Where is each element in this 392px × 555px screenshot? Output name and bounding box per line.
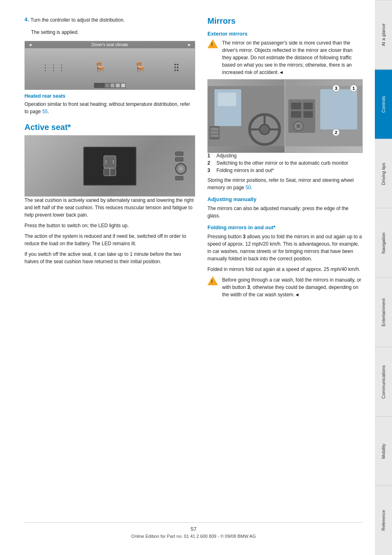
adjusting-manually-text: The mirrors can also be adjusted manuall… xyxy=(207,205,363,219)
svg-rect-19 xyxy=(291,103,301,109)
svg-text:↕: ↕ xyxy=(105,158,107,165)
active-seat-section: Active seat* ↕ xyxy=(24,123,195,265)
mirror-num-2: 2 xyxy=(332,129,340,136)
chapter-sidebar: At a glance Controls Driving tips Naviga… xyxy=(375,0,392,555)
svg-rect-15 xyxy=(211,131,219,134)
mirror-dashboard-image: 1 2 3 xyxy=(207,79,363,153)
warning-triangle-icon-1: ! xyxy=(207,39,218,48)
page-number: 57 xyxy=(24,526,363,532)
warning-exclamation-2: ! xyxy=(211,279,213,284)
mirror-num-1: 1 xyxy=(350,85,357,92)
active-seat-image: ↕ ↕ xyxy=(24,135,195,197)
step-text: Turn the controller to adjust the distri… xyxy=(31,16,125,24)
climate-dots xyxy=(174,64,178,71)
storing-text: Storing the mirror positions, refer to S… xyxy=(207,177,363,191)
active-seat-heading: Active seat* xyxy=(24,123,195,132)
warning-triangle-icon-2: ! xyxy=(207,276,218,285)
svg-text:↕: ↕ xyxy=(112,158,115,165)
sidebar-tab-driving-tips[interactable]: Driving tips xyxy=(375,139,392,208)
heated-rear-seats-section: Heated rear seats Operation similar to f… xyxy=(24,93,195,115)
warning-exclamation-1: ! xyxy=(211,42,213,47)
mirror-interior-left xyxy=(208,80,285,152)
warning-box-1: ! The mirror on the passenger's side is … xyxy=(207,39,363,76)
heated-seats-heading: Heated rear seats xyxy=(24,93,195,99)
climate-label: Driver's seat climate xyxy=(91,43,128,47)
seat-climate-image: ◄ Driver's seat climate ► ⋮⋮⋮ 🪑 🪑 xyxy=(24,41,195,90)
svg-rect-7 xyxy=(218,93,236,106)
seat-diagram-icon: ↕ ↕ xyxy=(100,154,120,178)
svg-rect-25 xyxy=(320,89,357,130)
mirror-item-text-1: Adjusting xyxy=(216,153,236,159)
adjusting-manually-heading: Adjusting manually xyxy=(207,196,363,202)
folding-para2: Folded in mirrors fold out again at a sp… xyxy=(207,266,363,273)
svg-point-24 xyxy=(296,124,301,128)
footer-text: Online Edition for Part no. 01 41 2 600 … xyxy=(24,534,363,539)
warning-box-2: ! Before going through a car wash, fold … xyxy=(207,276,363,298)
mirror-item-num-1: 1 xyxy=(207,153,213,159)
mirror-numbered-list: 1 Adjusting 2 Switching to the other mir… xyxy=(207,153,363,173)
mirror-item-2: 2 Switching to the other mirror or to th… xyxy=(207,160,363,166)
seat-icon-right: 🪑 xyxy=(134,62,146,73)
mirror-num-3: 3 xyxy=(332,85,340,92)
warning-text-1: The mirror on the passenger's side is mo… xyxy=(222,39,363,76)
seat-icon-left: 🪑 xyxy=(94,62,106,73)
mirror-item-text-3: Folding mirrors in and out* xyxy=(216,168,274,173)
mirror-item-1: 1 Adjusting xyxy=(207,153,363,159)
svg-rect-20 xyxy=(291,111,301,118)
warning-text-2: Before going through a car wash, fold th… xyxy=(222,276,363,298)
mirrors-heading: Mirrors xyxy=(207,16,363,26)
warning-triangle-1: ! xyxy=(207,39,219,50)
svg-rect-21 xyxy=(303,103,313,109)
sidebar-tab-mobility[interactable]: Mobility xyxy=(375,416,392,486)
sidebar-tab-controls[interactable]: Controls xyxy=(375,69,392,139)
mirror-item-3: 3 Folding mirrors in and out* xyxy=(207,168,363,173)
climate-arrow-right: ► xyxy=(187,43,192,47)
mirror-item-text-2: Switching to the other mirror or to the … xyxy=(216,160,348,166)
svg-point-9 xyxy=(260,124,270,134)
svg-rect-14 xyxy=(211,128,219,131)
step-number: 4. xyxy=(24,16,29,27)
step-4-container: 4. Turn the controller to adjust the dis… xyxy=(24,16,195,36)
active-seat-para2: Press the button to switch on; the LED l… xyxy=(24,222,195,229)
svg-rect-16 xyxy=(211,134,219,137)
sidebar-tab-navigation[interactable]: Navigation xyxy=(375,208,392,278)
storing-page-link[interactable]: 50 xyxy=(245,185,251,190)
sidebar-tab-at-a-glance[interactable]: At a glance xyxy=(375,0,392,69)
sidebar-tab-reference[interactable]: Reference xyxy=(375,486,392,555)
svg-rect-22 xyxy=(303,111,313,118)
active-seat-para1: The seat cushion is actively varied by a… xyxy=(24,197,195,219)
heated-seats-body: Operation similar to front seat heating;… xyxy=(24,101,195,115)
mirror-item-num-2: 2 xyxy=(207,160,213,166)
exterior-mirrors-heading: Exterior mirrors xyxy=(207,31,363,37)
folding-mirrors-heading: Folding mirrors in and out* xyxy=(207,224,363,231)
sidebar-tab-entertainment[interactable]: Entertainment xyxy=(375,278,392,347)
climate-progress-bars xyxy=(94,83,126,88)
active-seat-screen: ↕ ↕ xyxy=(83,147,136,186)
setting-text: The setting is applied. xyxy=(31,29,79,35)
climate-arrow-left: ◄ xyxy=(28,43,32,47)
active-seat-para3: The action of the system is reduced and … xyxy=(24,233,195,247)
vent-icon-left: ⋮⋮⋮ xyxy=(41,63,66,72)
active-seat-para4: If you switch off the active seat, it ca… xyxy=(24,251,195,265)
page-footer: 57 Online Edition for Part no. 01 41 2 6… xyxy=(24,522,363,539)
mirror-item-num-3: 3 xyxy=(207,168,213,173)
sidebar-tab-communications[interactable]: Communications xyxy=(375,347,392,416)
warning-triangle-2: ! xyxy=(207,276,219,287)
mirror-left-panel xyxy=(208,80,285,152)
heated-seats-page-link[interactable]: 55 xyxy=(42,109,47,114)
folding-text: Pressing button 3 allows you to fold the… xyxy=(207,233,363,262)
controls-panel xyxy=(175,152,187,180)
